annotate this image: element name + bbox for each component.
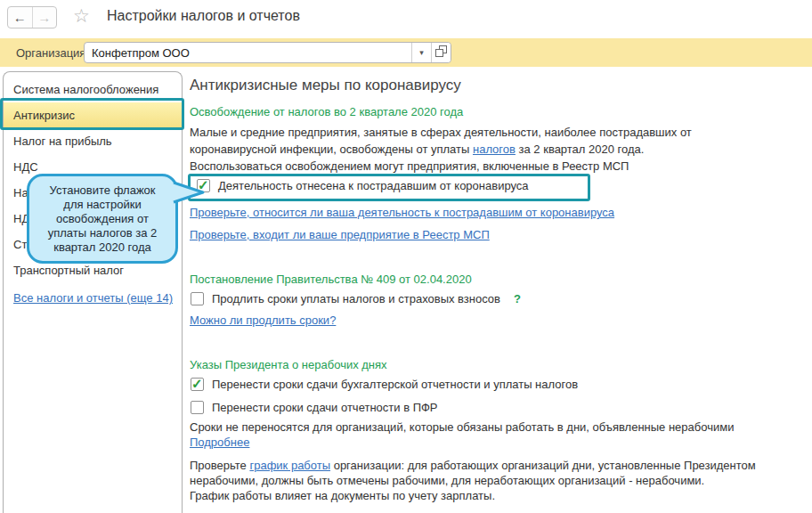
organization-bar: Организация: Конфетпром ООО ▾ xyxy=(0,38,812,67)
chevron-down-icon: ▾ xyxy=(419,48,424,57)
schedule-paragraph: Проверьте график работы организации: для… xyxy=(190,458,812,503)
can-extend-link[interactable]: Можно ли продлить сроки? xyxy=(190,314,336,327)
help-question-mark[interactable]: ? xyxy=(514,292,521,305)
check-activity-link[interactable]: Проверьте, относится ли ваша деятельност… xyxy=(190,206,614,219)
extend-deadlines-checkbox[interactable] xyxy=(191,292,204,305)
postpone-accounting-label: Перенести сроки сдачи бухгалтерской отче… xyxy=(212,378,578,391)
callout-tail-icon xyxy=(173,177,207,208)
exemption-paragraph: Малые и средние предприятия, занятые в с… xyxy=(190,124,804,175)
taxes-link[interactable]: налогов xyxy=(473,142,516,156)
deadlines-note: Сроки не переносятся для организаций, ко… xyxy=(190,420,804,435)
callout-bubble: Установите флажок для настройки освобожд… xyxy=(27,174,178,264)
schedule-line1: Проверьте график работы организации: для… xyxy=(190,458,812,473)
postpone-accounting-checkbox[interactable] xyxy=(191,378,204,391)
schedule-line1-pre: Проверьте xyxy=(190,459,249,472)
content-title: Антикризисные меры по коронавирусу xyxy=(190,77,461,94)
forward-button[interactable]: → xyxy=(33,7,57,28)
callout-text: Установите флажок для настройки освобожд… xyxy=(38,183,166,255)
sidebar-item-profit-tax[interactable]: Налог на прибыль xyxy=(4,128,182,154)
schedule-line1-post: организации: для работающих организаций … xyxy=(330,459,756,472)
organization-combobox[interactable]: Конфетпром ООО ▾ xyxy=(84,42,451,63)
extend-deadlines-row: Продлить сроки уплаты налогов и страховы… xyxy=(191,292,521,305)
postpone-accounting-row: Перенести сроки сдачи бухгалтерской отче… xyxy=(191,378,578,391)
page-title: Настройки налогов и отчетов xyxy=(107,8,300,24)
schedule-line3: График работы влияет на документы по уче… xyxy=(190,488,812,503)
forward-arrow-icon: → xyxy=(37,10,51,25)
organization-label: Организация: xyxy=(16,46,89,60)
all-taxes-link[interactable]: Все налоги и отчеты (еще 14) xyxy=(4,287,182,310)
tax-settings-sidebar: Система налогообложения Антикризис Налог… xyxy=(3,71,183,513)
postpone-pfr-row: Перенести сроки сдачи отчетности в ПФР xyxy=(191,401,438,414)
extend-deadlines-label: Продлить сроки уплаты налогов и страховы… xyxy=(212,292,500,305)
exemption-line2-pre: коронавирусной инфекции, освобождены от … xyxy=(190,142,473,156)
decree-section-heading: Постановление Правительства № 409 от 02.… xyxy=(190,273,472,286)
sidebar-item-anticrisis[interactable]: Антикризис xyxy=(4,102,182,128)
nav-button-group: ← → xyxy=(7,6,57,28)
back-arrow-icon: ← xyxy=(13,10,27,25)
exemption-section-heading: Освобождение от налогов во 2 квартале 20… xyxy=(190,105,463,118)
top-toolbar: ← → ☆ Настройки налогов и отчетов xyxy=(0,0,812,38)
schedule-line2: нерабочими, должны быть отмечены рабочим… xyxy=(190,473,812,488)
back-button[interactable]: ← xyxy=(8,7,33,28)
exemption-line3: Воспользоваться освобождением могут пред… xyxy=(190,158,804,175)
organization-dropdown-button[interactable]: ▾ xyxy=(411,43,431,62)
sidebar-item-tax-system[interactable]: Система налогообложения xyxy=(4,77,182,102)
exemption-line1: Малые и средние предприятия, занятые в с… xyxy=(190,124,804,141)
activity-affected-label: Деятельность отнесена к пострадавшим от … xyxy=(218,179,529,192)
favorite-star-icon[interactable]: ☆ xyxy=(73,5,90,27)
postpone-pfr-checkbox[interactable] xyxy=(191,401,204,414)
work-schedule-link[interactable]: график работы xyxy=(249,459,330,472)
open-form-icon xyxy=(435,45,447,60)
exemption-line2: коронавирусной инфекции, освобождены от … xyxy=(190,141,804,158)
organization-open-button[interactable] xyxy=(431,43,451,62)
check-msp-registry-link[interactable]: Проверьте, входит ли ваше предприятие в … xyxy=(190,228,490,241)
exemption-line2-post: за 2 квартал 2020 года. xyxy=(516,142,644,156)
activity-affected-row: Деятельность отнесена к пострадавшим от … xyxy=(197,179,529,192)
organization-value[interactable]: Конфетпром ООО xyxy=(85,43,411,62)
more-details-link[interactable]: Подробнее xyxy=(190,436,249,449)
president-section-heading: Указы Президента о нерабочих днях xyxy=(190,358,387,371)
postpone-pfr-label: Перенести сроки сдачи отчетности в ПФР xyxy=(212,401,438,414)
